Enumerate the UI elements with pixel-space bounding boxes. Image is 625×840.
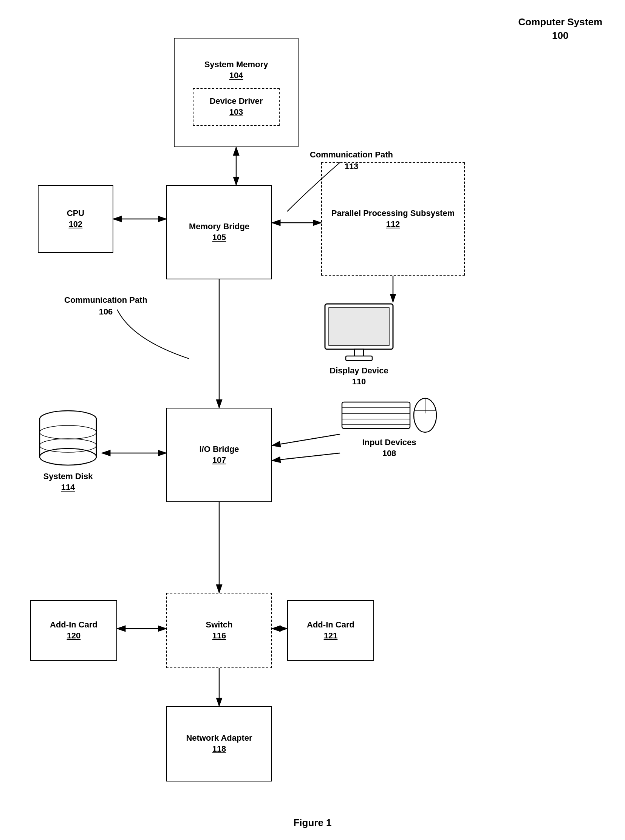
network-adapter-label: Network Adapter 118 — [186, 733, 252, 754]
svg-line-28 — [272, 434, 340, 445]
figure-caption: Figure 1 — [0, 817, 625, 829]
computer-system-label: Computer System 100 — [518, 15, 603, 43]
memory-bridge-label: Memory Bridge 105 — [189, 221, 249, 243]
monitor-icon — [321, 302, 397, 363]
display-device-label: Display Device 110 — [321, 366, 397, 387]
system-disk-icon — [34, 408, 102, 468]
input-devices-group: Input Devices 108 — [340, 397, 438, 459]
parallel-processing-box: Parallel Processing Subsystem 112 — [321, 162, 465, 276]
add-in-card-121-box: Add-In Card 121 — [287, 600, 374, 661]
system-memory-box: System Memory 104 Device Driver 103 — [174, 38, 299, 147]
io-bridge-box: I/O Bridge 107 — [166, 408, 272, 502]
device-driver-label: Device Driver 103 — [210, 96, 263, 118]
device-driver-box: Device Driver 103 — [193, 88, 280, 126]
cpu-box: CPU 102 — [38, 185, 113, 253]
diagram-container: Computer System 100 System Memory 104 De… — [0, 0, 625, 840]
input-devices-label: Input Devices 108 — [340, 437, 438, 459]
svg-rect-3 — [346, 356, 372, 361]
switch-label: Switch 116 — [206, 620, 233, 641]
cpu-label: CPU 102 — [67, 208, 84, 229]
comm-path-113-label: Communication Path 113 — [310, 149, 393, 172]
svg-line-29 — [272, 453, 340, 460]
system-disk-label: System Disk 114 — [34, 471, 102, 493]
display-device-group: Display Device 110 — [321, 302, 397, 387]
system-disk-group: System Disk 114 — [34, 408, 102, 493]
add-in-card-120-box: Add-In Card 120 — [30, 600, 117, 661]
svg-point-16 — [40, 448, 96, 465]
svg-rect-1 — [329, 308, 389, 346]
comm-path-106-label: Communication Path 106 — [64, 294, 148, 318]
add-in-card-121-label: Add-In Card 121 — [307, 620, 354, 641]
add-in-card-120-label: Add-In Card 120 — [50, 620, 98, 641]
switch-box: Switch 116 — [166, 593, 272, 668]
system-memory-label: System Memory 104 — [204, 59, 268, 81]
io-bridge-label: I/O Bridge 107 — [199, 444, 239, 465]
memory-bridge-box: Memory Bridge 105 — [166, 185, 272, 279]
input-devices-icon — [340, 397, 438, 434]
parallel-processing-label: Parallel Processing Subsystem 112 — [331, 208, 455, 229]
network-adapter-box: Network Adapter 118 — [166, 706, 272, 781]
